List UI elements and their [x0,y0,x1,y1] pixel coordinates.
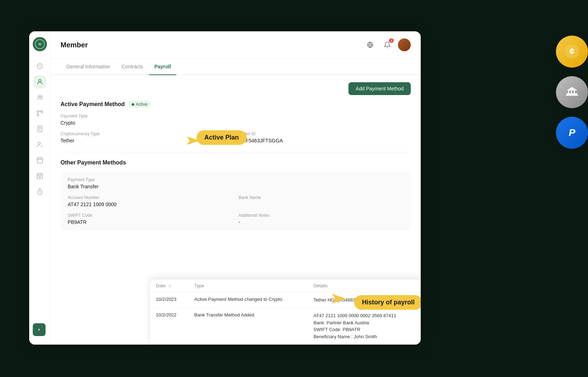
tab-bar: General Information Contracts Payroll [51,59,421,75]
other-payment-type-value: Bank Transfer [68,184,233,189]
history-table: Date ⇅ Type Details 10/2/2023Active Paym… [150,279,421,345]
empty-field [238,114,411,126]
crypto-type-field: Cryptocurrency Type Tether [61,131,233,143]
wallet-id-value: EGF5463JFTSGGA [238,138,411,143]
active-payment-section-title: Active Payment Method Active [61,101,411,108]
col-type: Type [189,279,308,292]
page-title: Member [61,41,88,49]
bank-icon-circle [556,76,588,108]
account-number-value: AT47 2121 1009 0000 [68,201,233,207]
swift-value: PB9ATR [68,219,233,225]
sidebar-item-timer[interactable] [33,185,46,198]
main-panel: › › › Member [29,31,421,345]
payment-type-label: Payment Type [61,114,233,119]
sidebar-item-calendar2[interactable] [33,169,46,182]
svg-rect-41 [574,90,575,93]
notification-badge: 3 [389,38,394,43]
active-status-badge: Active [128,101,151,108]
page-content: Add Payment Method Active Payment Method… [51,75,421,242]
sidebar-item-user-check[interactable] [33,138,46,151]
notes-field: Additional Notes - [238,213,404,225]
notification-button[interactable]: 3 [381,38,394,51]
right-icons-panel: ¢ P [556,36,588,149]
bank-transfer-card: Payment Type Bank Transfer Account Numbe… [61,172,411,231]
svg-rect-5 [37,111,38,112]
svg-point-26 [39,176,40,177]
svg-rect-7 [37,114,38,116]
svg-rect-6 [41,111,42,112]
svg-text:›: › [40,115,41,117]
history-overlay: Date ⇅ Type Details 10/2/2023Active Paym… [150,279,421,345]
history-details-cell: Tether HGFyrt546832FGY [308,292,421,308]
tab-general-information[interactable]: General Information [61,59,116,74]
sidebar-item-doc[interactable]: › [33,122,46,135]
svg-text:P: P [569,127,576,138]
sidebar: › › › [29,31,51,345]
history-details-cell: AT47 2121 1009 0000 0002 3569 87411 Bank… [308,308,421,345]
tab-payroll[interactable]: Payroll [149,59,177,74]
svg-point-3 [38,95,40,97]
notes-value: - [238,219,404,225]
svg-marker-42 [567,87,577,90]
col-details: Details [308,279,421,292]
content-area: Member 3 General Information Contracts P… [51,31,421,345]
col-date[interactable]: Date ⇅ [150,279,189,292]
add-btn-row: Add Payment Method [61,82,411,101]
account-number-label: Account Number [68,195,233,200]
add-payment-method-button[interactable]: Add Payment Method [348,82,411,95]
notes-label: Additional Notes [238,213,404,218]
sidebar-item-flow[interactable]: › [33,107,46,120]
sidebar-item-person[interactable] [33,75,46,88]
sidebar-item-calendar[interactable] [33,154,46,167]
tab-contracts[interactable]: Contracts [116,59,149,74]
svg-rect-18 [37,158,42,163]
account-number-field: Account Number AT47 2121 1009 0000 [68,195,233,207]
payment-type-value: Crypto [61,120,233,126]
other-payment-type-label: Payment Type [68,177,233,182]
svg-text:›: › [42,128,42,131]
crypto-type-value: Tether [61,138,233,143]
sidebar-item-group[interactable] [33,91,46,104]
bank-transfer-info: Payment Type Bank Transfer Account Numbe… [68,177,404,225]
svg-text:¢: ¢ [569,46,574,57]
page-header: Member 3 [51,31,421,59]
history-date-cell: 10/2/2023 [150,292,189,308]
history-table-row: 10/2/2022Bank Transfer Method AddedAT47 … [150,308,421,345]
empty-field2 [238,177,404,189]
svg-rect-43 [566,95,578,96]
svg-point-2 [38,79,41,82]
section-divider [61,152,411,152]
svg-rect-38 [567,93,577,95]
other-payment-type-field: Payment Type Bank Transfer [68,177,233,189]
sidebar-item-history[interactable] [33,60,46,73]
wallet-id-field: Wallet ID EGF5463JFTSGGA [238,131,411,143]
active-payment-info: Payment Type Crypto Cryptocurrency Type … [61,114,411,143]
wallet-id-label: Wallet ID [238,131,411,136]
swift-field: SWIFT Code PB9ATR [68,213,233,225]
header-actions: 3 [364,38,411,51]
history-type-cell: Bank Transfer Method Added [189,308,308,345]
crypto-type-label: Cryptocurrency Type [61,131,233,136]
svg-rect-39 [568,90,569,93]
history-table-row: 10/2/2023Active Payment Method changed t… [150,292,421,308]
svg-point-4 [40,95,42,97]
swift-label: SWIFT Code [68,213,233,218]
paypal-icon-circle: P [556,117,588,149]
bank-name-label: Bank Name [238,195,404,200]
history-type-cell: Active Payment Method changed to Crypto [189,292,308,308]
other-payments-section-title: Other Payment Methods [61,159,411,166]
crypto-icon-circle: ¢ [556,36,588,68]
sidebar-expand-button[interactable] [33,323,46,336]
bank-name-field: Bank Name [238,195,404,207]
globe-button[interactable] [364,38,377,51]
logo[interactable] [33,37,47,51]
svg-rect-12 [38,126,42,132]
payment-type-field: Payment Type Crypto [61,114,233,126]
user-avatar[interactable] [398,38,411,51]
sort-icon-date[interactable]: ⇅ [168,284,171,288]
svg-point-17 [38,142,41,145]
history-date-cell: 10/2/2022 [150,308,189,345]
svg-rect-40 [571,90,572,93]
